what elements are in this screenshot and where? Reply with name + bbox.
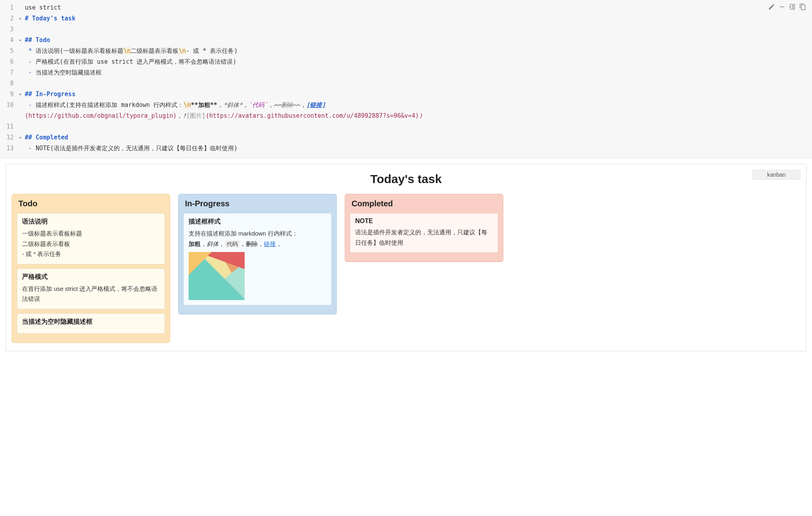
line-number: 6 [0,56,19,67]
line-number: 13 [0,143,19,154]
kanban-preview: kanban Today's task Todo语法说明一级标题表示看板标题二级… [6,164,806,351]
editor-line[interactable]: 9▾## In-Progress [0,89,812,100]
editor-line[interactable]: 4▾## Todo [0,35,812,46]
italic-text: 斜体 [207,240,219,247]
code-content[interactable]: # Today's task [25,13,812,24]
editor-line[interactable]: 13 - NOTE(语法是插件开发者定义的，无法通用，只建议【每日任务】临时使用… [0,143,812,154]
fold-arrow-icon[interactable]: ▾ [19,35,25,46]
line-number: 1 [0,2,19,13]
editor-line[interactable]: 1use strict [0,2,812,13]
line-number: 12 [0,132,19,143]
line-number: 8 [0,78,19,89]
card-title: 描述框样式 [189,218,326,226]
kanban-card[interactable]: 描述框样式支持在描述框添加 markdown 行内样式：加粗，斜体，代码，删除，… [183,213,332,305]
kanban-card[interactable]: 当描述为空时隐藏描述框 [17,313,165,334]
editor-line[interactable]: 8 [0,78,812,89]
link-text[interactable]: 链接 [264,240,276,247]
line-number: 9 [0,89,19,100]
column-title: Todo [18,199,165,208]
kanban-card[interactable]: NOTE语法是插件开发者定义的，无法通用，只建议【每日任务】临时使用 [350,213,498,253]
card-title: 语法说明 [22,218,160,226]
line-number: 4 [0,35,19,46]
editor-line[interactable]: 2▾# Today's task [0,13,812,24]
bold-text: 加粗 [189,240,201,247]
card-image [189,252,245,300]
minus-icon[interactable] [778,3,786,12]
kanban-card[interactable]: 语法说明一级标题表示看板标题二级标题表示看板- 或 * 表示任务 [17,213,165,264]
code-editor[interactable]: 1use strict2▾# Today's task34▾## Todo5 *… [0,0,812,158]
editor-lines[interactable]: 1use strict2▾# Today's task34▾## Todo5 *… [0,2,812,154]
code-content[interactable]: - NOTE(语法是插件开发者定义的，无法通用，只建议【每日任务】临时使用) [25,143,812,154]
line-number: 11 [0,121,19,132]
fold-arrow-icon[interactable]: ▾ [19,89,25,100]
code-content[interactable]: - 严格模式(在首行添加 use strict 进入严格模式，将不会忽略语法错误… [25,56,812,67]
column-title: In-Progress [185,199,332,208]
code-content[interactable]: use strict [25,2,812,13]
editor-line[interactable]: 12▾## Completed [0,132,812,143]
kanban-title: Today's task [12,172,800,186]
fold-arrow-icon[interactable]: ▾ [19,13,25,24]
card-body: 一级标题表示看板标题二级标题表示看板- 或 * 表示任务 [22,228,160,259]
editor-toolbar [768,3,806,12]
editor-line[interactable]: (https://github.com/obgnail/typora_plugi… [0,111,812,121]
edit-icon[interactable] [768,3,775,12]
column-done: CompletedNOTE语法是插件开发者定义的，无法通用，只建议【每日任务】临… [345,194,503,262]
code-content[interactable]: ## In-Progress [25,89,812,100]
card-body: 语法是插件开发者定义的，无法通用，只建议【每日任务】临时使用 [355,227,493,248]
kanban-card[interactable]: 严格模式在首行添加 use strict 进入严格模式，将不会忽略语法错误 [17,268,165,309]
line-number: 7 [0,67,19,78]
editor-line[interactable]: 7 - 当描述为空时隐藏描述框 [0,67,812,78]
editor-line[interactable]: 5 * 语法说明(一级标题表示看板标题\n二级标题表示看板\n- 或 * 表示任… [0,46,812,56]
card-title: NOTE [355,218,493,225]
line-number: 2 [0,13,19,24]
svg-rect-0 [780,6,784,7]
editor-line[interactable]: 6 - 严格模式(在首行添加 use strict 进入严格模式，将不会忽略语法… [0,56,812,67]
code-chip: 代码 [225,240,240,248]
code-content[interactable]: - 描述框样式(支持在描述框添加 markdown 行内样式：\n**加粗**，… [25,100,812,111]
card-title: 严格模式 [22,273,160,281]
line-number: 10 [0,100,19,111]
strike-text: 删除 [246,240,258,247]
column-progress: In-Progress描述框样式支持在描述框添加 markdown 行内样式：加… [178,194,337,314]
code-content[interactable]: (https://github.com/obgnail/typora_plugi… [25,111,812,121]
code-content[interactable]: ## Completed [25,132,812,143]
editor-line[interactable]: 11 [0,121,812,132]
fold-arrow-icon[interactable]: ▾ [19,132,25,143]
column-todo: Todo语法说明一级标题表示看板标题二级标题表示看板- 或 * 表示任务严格模式… [12,194,170,343]
kanban-badge: kanban [752,170,800,179]
line-number: 3 [0,24,19,35]
card-title: 当描述为空时隐藏描述框 [22,318,160,326]
indent-icon[interactable] [789,3,796,12]
editor-line[interactable]: 3 [0,24,812,35]
code-content[interactable]: - 当描述为空时隐藏描述框 [25,67,812,78]
kanban-columns: Todo语法说明一级标题表示看板标题二级标题表示看板- 或 * 表示任务严格模式… [12,194,800,343]
line-number: 5 [0,46,19,56]
card-body: 支持在描述框添加 markdown 行内样式：加粗，斜体，代码，删除，链接， [189,228,326,300]
code-content[interactable]: * 语法说明(一级标题表示看板标题\n二级标题表示看板\n- 或 * 表示任务) [25,46,812,56]
editor-line[interactable]: 10 - 描述框样式(支持在描述框添加 markdown 行内样式：\n**加粗… [0,100,812,111]
copy-icon[interactable] [799,3,806,12]
column-title: Completed [352,199,498,208]
code-content[interactable]: ## Todo [25,35,812,46]
card-body: 在首行添加 use strict 进入严格模式，将不会忽略语法错误 [22,284,160,304]
